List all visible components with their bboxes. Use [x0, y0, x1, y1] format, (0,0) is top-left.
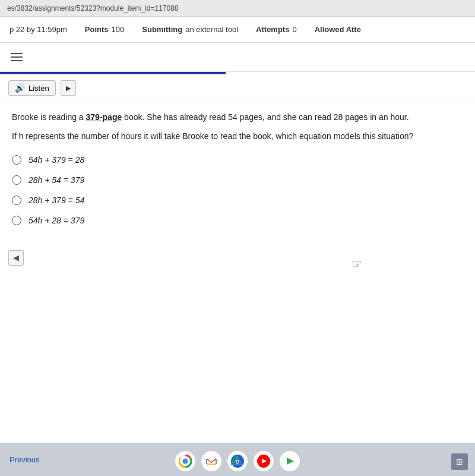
allowed-info: Allowed Atte	[315, 25, 361, 34]
back-arrow-icon: ◀	[13, 253, 19, 262]
play-icon: ▶	[66, 84, 71, 92]
hamburger-button[interactable]	[8, 48, 27, 67]
option-2-equation: 28h + 54 = 379	[28, 175, 84, 185]
submitting-label: Submitting	[142, 25, 182, 34]
option-3[interactable]: 28h + 379 = 54	[12, 196, 463, 205]
question-text-before: Brooke is reading a	[12, 112, 86, 122]
submitting-info: Submitting an external tool	[142, 25, 238, 34]
gmail-icon[interactable]	[201, 451, 221, 471]
listen-row: 🔊 Listen ▶	[0, 74, 475, 102]
play-store-icon[interactable]	[280, 451, 300, 471]
options-list: 54h + 379 = 28 28h + 54 = 379 28h + 379 …	[12, 155, 463, 225]
hamburger-line-2	[11, 56, 23, 58]
listen-label: Listen	[28, 84, 49, 93]
cursor-hand-indicator: ☞	[352, 257, 362, 271]
option-1-equation: 54h + 379 = 28	[28, 155, 84, 165]
points-info: Points 100	[85, 25, 124, 34]
hamburger-line-3	[11, 60, 23, 61]
question-text-after: book. She has already read 54 pages, and…	[122, 112, 408, 122]
bottom-nav: Previous	[0, 443, 475, 476]
browser-url-bar: es/3832/assignments/52323?module_item_id…	[0, 0, 475, 17]
attempts-label: Attempts	[256, 25, 289, 34]
corner-icon: ⊞	[451, 453, 468, 470]
drive-icon[interactable]: D	[227, 451, 248, 471]
back-arrow-button[interactable]: ◀	[8, 250, 24, 266]
svg-text:D: D	[236, 459, 240, 465]
radio-3[interactable]	[12, 196, 21, 205]
main-content: 🔊 Listen ▶ Brooke is reading a 379-page …	[0, 43, 475, 443]
option-3-equation: 28h + 379 = 54	[28, 196, 84, 205]
toolbar-row	[0, 43, 475, 72]
option-4-equation: 54h + 28 = 379	[28, 216, 84, 225]
radio-2[interactable]	[12, 175, 21, 185]
url-text: es/3832/assignments/52323?module_item_id…	[7, 4, 179, 12]
question-bold-part: 379-page	[86, 112, 122, 122]
option-2[interactable]: 28h + 54 = 379	[12, 175, 463, 185]
question-area: Brooke is reading a 379-page book. She h…	[0, 102, 475, 244]
due-info: p 22 by 11:59pm	[10, 25, 67, 34]
radio-1[interactable]	[12, 155, 21, 165]
points-value: 100	[112, 25, 125, 34]
submitting-value: an external tool	[185, 25, 238, 34]
corner-icon-glyph: ⊞	[456, 457, 463, 466]
points-label: Points	[85, 25, 109, 34]
back-arrow-row: ◀	[0, 244, 475, 272]
option-1[interactable]: 54h + 379 = 28	[12, 155, 463, 165]
listen-button[interactable]: 🔊 Listen	[8, 80, 56, 96]
taskbar-icons: D	[175, 451, 300, 471]
previous-link[interactable]: Previous	[10, 455, 40, 464]
due-value: p 22 by 11:59pm	[10, 25, 67, 34]
attempts-value: 0	[292, 25, 296, 34]
info-bar: p 22 by 11:59pm Points 100 Submitting an…	[0, 17, 475, 43]
speaker-icon: 🔊	[15, 83, 25, 93]
option-4[interactable]: 54h + 28 = 379	[12, 216, 463, 225]
radio-4[interactable]	[12, 216, 21, 225]
youtube-icon[interactable]	[254, 451, 274, 471]
allowed-label: Allowed Atte	[315, 25, 361, 34]
svg-point-1	[183, 459, 188, 464]
question-text: Brooke is reading a 379-page book. She h…	[12, 111, 463, 124]
question-prompt: If h represents the number of hours it w…	[12, 130, 463, 143]
play-button[interactable]: ▶	[61, 80, 76, 96]
attempts-info: Attempts 0	[256, 25, 297, 34]
hamburger-line-1	[11, 53, 23, 54]
chrome-icon[interactable]	[175, 451, 195, 471]
